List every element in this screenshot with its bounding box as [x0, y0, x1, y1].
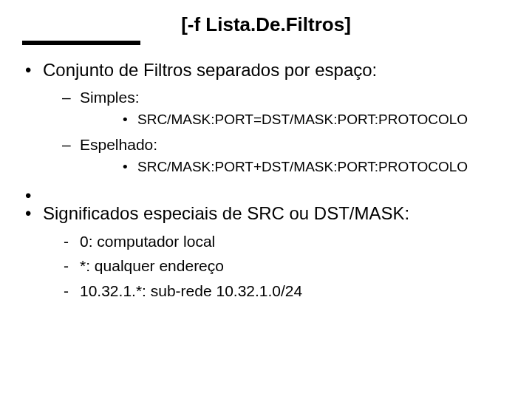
bullet-item: Significados especiais de SRC ou DST/MAS…	[22, 202, 510, 301]
sub-list: 0: computador local *: qualquer endereço…	[43, 231, 510, 301]
subsub-item: SRC/MASK:PORT=DST/MASK:PORT:PROTOCOLO	[80, 110, 510, 130]
sub-item-text: 10.32.1.*: sub-rede 10.32.1.0/24	[80, 282, 302, 299]
subsub-text: SRC/MASK:PORT=DST/MASK:PORT:PROTOCOLO	[137, 112, 468, 127]
bullet-text: Conjunto de Filtros separados por espaço…	[43, 60, 377, 80]
sub-item-text: Espelhado:	[80, 136, 157, 153]
sub-list: Simples: SRC/MASK:PORT=DST/MASK:PORT:PRO…	[43, 86, 510, 177]
bullet-text: Significados especiais de SRC ou DST/MAS…	[43, 203, 409, 223]
subsub-text: SRC/MASK:PORT+DST/MASK:PORT:PROTOCOLO	[137, 159, 468, 174]
bullet-item: Conjunto de Filtros separados por espaço…	[22, 58, 510, 177]
sub-item-text: 0: computador local	[80, 233, 215, 250]
sub-item: 0: computador local	[43, 231, 510, 252]
title-wrap: [-f Lista.De.Filtros]	[22, 13, 510, 36]
horizontal-rule	[22, 41, 140, 45]
subsub-list: SRC/MASK:PORT=DST/MASK:PORT:PROTOCOLO	[80, 110, 510, 130]
slide-title: [-f Lista.De.Filtros]	[181, 13, 351, 36]
bullet-list: Conjunto de Filtros separados por espaço…	[22, 58, 510, 301]
sub-item: 10.32.1.*: sub-rede 10.32.1.0/24	[43, 280, 510, 301]
sub-item-text: Simples:	[80, 89, 140, 106]
sub-item: *: qualquer endereço	[43, 255, 510, 276]
sub-item: Simples: SRC/MASK:PORT=DST/MASK:PORT:PRO…	[43, 86, 510, 129]
subsub-list: SRC/MASK:PORT+DST/MASK:PORT:PROTOCOLO	[80, 157, 510, 177]
subsub-item: SRC/MASK:PORT+DST/MASK:PORT:PROTOCOLO	[80, 157, 510, 177]
spacer	[22, 184, 510, 194]
sub-item-text: *: qualquer endereço	[80, 257, 224, 274]
sub-item: Espelhado: SRC/MASK:PORT+DST/MASK:PORT:P…	[43, 134, 510, 177]
slide: [-f Lista.De.Filtros] Conjunto de Filtro…	[0, 0, 532, 399]
